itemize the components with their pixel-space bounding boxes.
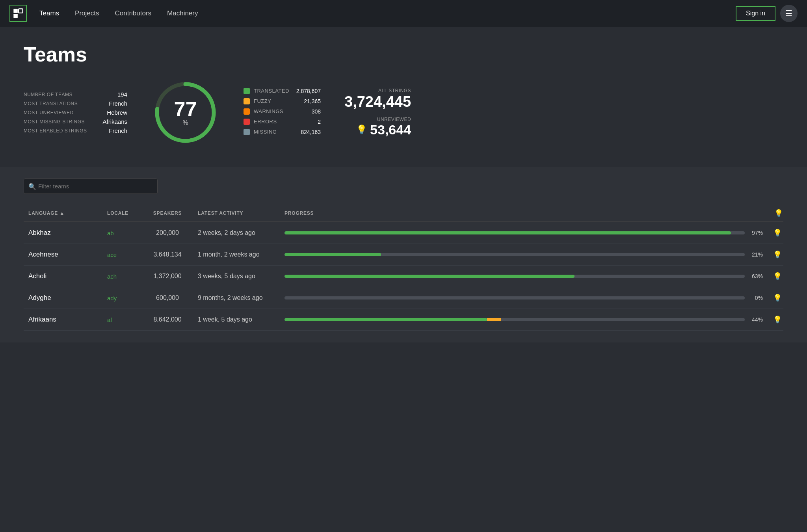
cell-locale[interactable]: ady	[102, 287, 142, 309]
stat-value: French	[102, 127, 127, 134]
stat-label: NUMBER OF TEAMS	[24, 92, 87, 97]
type-color-dot	[244, 88, 250, 94]
unreviewed-label: UNREVIEWED	[344, 117, 411, 122]
nav-projects[interactable]: Projects	[75, 8, 99, 19]
progress-pct-label: 0%	[749, 295, 763, 301]
cell-language: Acehnese	[24, 244, 102, 266]
stat-label: MOST TRANSLATIONS	[24, 101, 87, 106]
cell-activity: 9 months, 2 weeks ago	[193, 287, 280, 309]
bulb-header-icon: 💡	[774, 209, 783, 217]
cell-activity: 1 week, 5 days ago	[193, 309, 280, 331]
filter-input[interactable]	[24, 179, 158, 194]
cell-speakers: 8,642,000	[142, 309, 193, 331]
cell-bulb: 💡	[768, 287, 783, 309]
all-strings-block: ALL STRINGS 3,724,445	[344, 88, 411, 110]
string-type-row: ERRORS2	[244, 119, 321, 125]
cell-locale[interactable]: af	[102, 309, 142, 331]
nav-teams[interactable]: Teams	[39, 8, 59, 19]
sign-in-button[interactable]: Sign in	[736, 6, 775, 21]
type-color-dot	[244, 98, 250, 104]
bulb-inactive-icon: 💡	[773, 294, 782, 302]
nav-links: Teams Projects Contributors Machinery	[39, 8, 736, 19]
cell-activity: 1 month, 2 weeks ago	[193, 244, 280, 266]
type-count: 21,365	[293, 98, 321, 104]
all-strings-value: 3,724,445	[344, 93, 411, 110]
hero-stats-left: NUMBER OF TEAMS194MOST TRANSLATIONSFrenc…	[24, 91, 127, 134]
cell-language: Abkhaz	[24, 222, 102, 244]
col-activity[interactable]: LATEST ACTIVITY	[193, 205, 280, 222]
totals-block: ALL STRINGS 3,724,445 UNREVIEWED 💡 53,64…	[344, 88, 411, 138]
donut-center: 77 %	[174, 99, 197, 126]
logo	[9, 5, 27, 22]
progress-bar-fill	[284, 275, 575, 278]
string-type-row: TRANSLATED2,878,607	[244, 88, 321, 94]
bulb-icon: 💡	[356, 125, 367, 135]
col-locale[interactable]: LOCALE	[102, 205, 142, 222]
table-row[interactable]: Afrikaansaf8,642,0001 week, 5 days ago44…	[24, 309, 783, 331]
col-language[interactable]: LANGUAGE ▲	[24, 205, 102, 222]
type-name: WARNINGS	[254, 108, 289, 114]
menu-button[interactable]: ☰	[780, 5, 798, 22]
cell-speakers: 200,000	[142, 222, 193, 244]
stat-label: MOST ENABLED STRINGS	[24, 128, 87, 134]
cell-speakers: 3,648,134	[142, 244, 193, 266]
table-section: 🔍 LANGUAGE ▲ LOCALE SPEAKERS LATEST ACTI…	[0, 167, 807, 342]
progress-donut: 77 %	[151, 78, 220, 147]
table-row[interactable]: Adygheady600,0009 months, 2 weeks ago0%💡	[24, 287, 783, 309]
type-name: TRANSLATED	[254, 88, 289, 94]
progress-bar-fill	[284, 253, 381, 256]
table-row[interactable]: Abkhazab200,0002 weeks, 2 days ago97%💡	[24, 222, 783, 244]
nav-machinery[interactable]: Machinery	[167, 8, 198, 19]
cell-progress: 97%	[280, 222, 768, 244]
cell-bulb: 💡	[768, 266, 783, 287]
progress-bar-bg	[284, 253, 745, 256]
table-row[interactable]: Acehneseace3,648,1341 month, 2 weeks ago…	[24, 244, 783, 266]
stat-label: MOST MISSING STRINGS	[24, 119, 87, 125]
cell-bulb: 💡	[768, 309, 783, 331]
stat-value: 194	[102, 91, 127, 98]
progress-bar-warning	[487, 318, 501, 321]
cell-progress: 21%	[280, 244, 768, 266]
cell-language: Adyghe	[24, 287, 102, 309]
cell-speakers: 1,372,000	[142, 266, 193, 287]
cell-speakers: 600,000	[142, 287, 193, 309]
page-title: Teams	[24, 43, 783, 66]
cell-bulb: 💡	[768, 244, 783, 266]
type-count: 308	[293, 108, 321, 115]
progress-pct-label: 97%	[749, 230, 763, 236]
teams-table: LANGUAGE ▲ LOCALE SPEAKERS LATEST ACTIVI…	[24, 205, 783, 331]
progress-bar-bg	[284, 275, 745, 278]
cell-locale[interactable]: ab	[102, 222, 142, 244]
nav-actions: Sign in ☰	[736, 5, 798, 22]
type-name: MISSING	[254, 129, 289, 135]
cell-language: Afrikaans	[24, 309, 102, 331]
string-type-row: WARNINGS308	[244, 108, 321, 115]
table-body: Abkhazab200,0002 weeks, 2 days ago97%💡Ac…	[24, 222, 783, 331]
progress-bar-fill	[284, 318, 487, 321]
progress-bar-bg	[284, 318, 745, 321]
hero-content: NUMBER OF TEAMS194MOST TRANSLATIONSFrenc…	[24, 78, 783, 147]
string-type-row: FUZZY21,365	[244, 98, 321, 104]
logo-icon	[13, 8, 24, 19]
type-color-dot	[244, 119, 250, 125]
stat-value: French	[102, 100, 127, 107]
navbar: Teams Projects Contributors Machinery Si…	[0, 0, 807, 27]
filter-wrapper: 🔍	[24, 179, 158, 194]
type-color-dot	[244, 108, 250, 115]
cell-progress: 44%	[280, 309, 768, 331]
progress-bar-bg	[284, 296, 745, 299]
unreviewed-block: UNREVIEWED 💡 53,644	[344, 117, 411, 138]
cell-progress: 63%	[280, 266, 768, 287]
cell-activity: 3 weeks, 5 days ago	[193, 266, 280, 287]
col-speakers[interactable]: SPEAKERS	[142, 205, 193, 222]
bulb-active-icon: 💡	[773, 251, 782, 259]
table-header: LANGUAGE ▲ LOCALE SPEAKERS LATEST ACTIVI…	[24, 205, 783, 222]
nav-contributors[interactable]: Contributors	[115, 8, 152, 19]
progress-pct-label: 21%	[749, 251, 763, 258]
col-progress[interactable]: PROGRESS	[280, 205, 768, 222]
cell-locale[interactable]: ace	[102, 244, 142, 266]
all-strings-label: ALL STRINGS	[344, 88, 411, 93]
string-type-row: MISSING824,163	[244, 129, 321, 135]
table-row[interactable]: Acholiach1,372,0003 weeks, 5 days ago63%…	[24, 266, 783, 287]
cell-locale[interactable]: ach	[102, 266, 142, 287]
